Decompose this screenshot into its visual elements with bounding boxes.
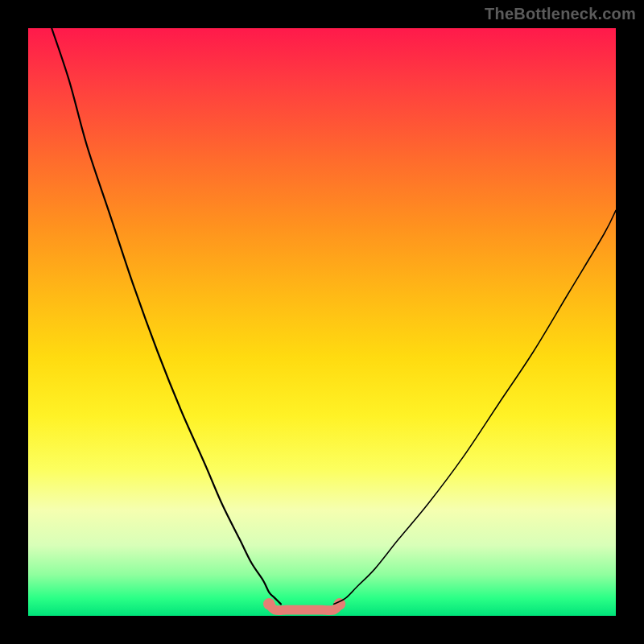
band-end-cap <box>263 598 275 610</box>
bottom-band <box>269 604 340 610</box>
chart-svg <box>28 28 616 616</box>
chart-frame: TheBottleneck.com <box>0 0 644 644</box>
right-curve <box>334 210 616 604</box>
left-curve <box>52 28 281 604</box>
watermark-text: TheBottleneck.com <box>485 5 636 23</box>
plot-area <box>28 28 616 616</box>
